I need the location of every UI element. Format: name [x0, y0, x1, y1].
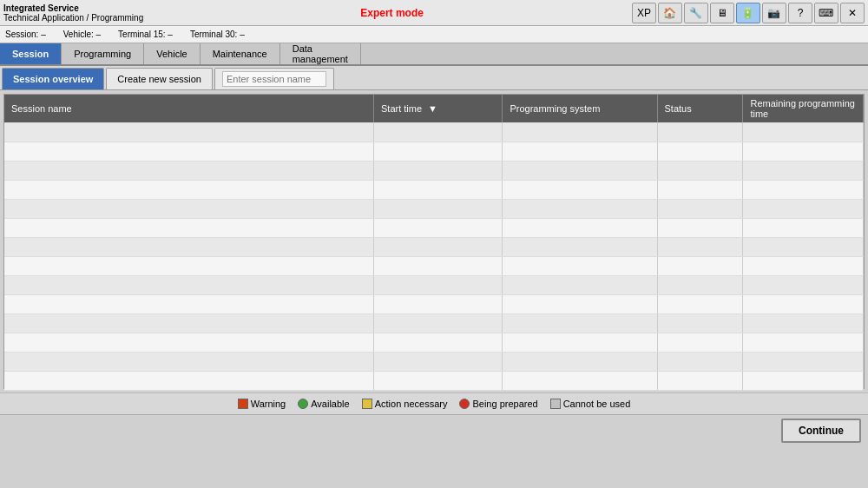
bottom-bar: Continue [0, 414, 868, 445]
close-button[interactable]: ✕ [840, 3, 865, 23]
table-cell [503, 313, 657, 333]
table-cell [4, 142, 373, 161]
tab-programming[interactable]: Programming [62, 43, 144, 64]
table-row[interactable] [4, 218, 864, 237]
table-cell [743, 237, 864, 256]
col-start-time[interactable]: Start time ▼ [373, 95, 502, 122]
table-cell [503, 256, 657, 275]
session-name-input-container [214, 68, 334, 89]
screen-button[interactable]: 🖥 [710, 3, 734, 23]
legend-available-label: Available [311, 399, 349, 409]
table-cell [4, 199, 373, 218]
table-cell [657, 180, 743, 199]
table-cell [4, 180, 373, 199]
tab-maintenance[interactable]: Maintenance [201, 43, 280, 64]
table-cell [4, 275, 373, 294]
col-session-name: Session name [4, 95, 373, 122]
warning-icon [238, 399, 248, 409]
table-row[interactable] [4, 180, 864, 199]
tab-session[interactable]: Session [0, 43, 62, 64]
table-row[interactable] [4, 122, 864, 142]
wrench-button[interactable]: 🔧 [684, 3, 708, 23]
table-row[interactable] [4, 237, 864, 256]
expert-mode-label: Expert mode [360, 7, 424, 19]
table-cell [657, 313, 743, 333]
terminal30-label: Terminal 30: [190, 30, 237, 39]
table-header-row: Session name Start time ▼ Programming sy… [4, 95, 864, 122]
nav-tabs: Session Programming Vehicle Maintenance … [0, 43, 868, 66]
legend-prepared-label: Being prepared [472, 399, 537, 409]
home-button[interactable]: 🏠 [658, 3, 682, 23]
table-cell [4, 122, 373, 142]
table-cell [373, 199, 502, 218]
sub-tab-create-new-session[interactable]: Create new session [106, 68, 213, 89]
table-cell [657, 333, 743, 352]
table-cell [657, 199, 743, 218]
legend-action: Action necessary [362, 399, 448, 409]
table-cell [503, 161, 657, 180]
table-row[interactable] [4, 371, 864, 390]
legend-prepared: Being prepared [459, 399, 537, 409]
table-cell [4, 218, 373, 237]
table-cell [4, 256, 373, 275]
vehicle-info: Vehicle: – [63, 30, 101, 39]
table-cell [503, 180, 657, 199]
table-row[interactable] [4, 199, 864, 218]
session-label: Session: [5, 30, 38, 39]
table-cell [743, 333, 864, 352]
table-cell [503, 142, 657, 161]
table-row[interactable] [4, 352, 864, 371]
table-cell [657, 122, 743, 142]
action-icon [362, 399, 372, 409]
table-row[interactable] [4, 142, 864, 161]
col-remaining-time: Remaining programming time [743, 95, 864, 122]
table-row[interactable] [4, 161, 864, 180]
table-row[interactable] [4, 333, 864, 352]
terminal15-label: Terminal 15: [118, 30, 165, 39]
tab-data-management[interactable]: Datamanagement [280, 43, 361, 64]
legend-cannot-label: Cannot be used [563, 399, 631, 409]
terminal30-value: – [240, 30, 245, 39]
tab-vehicle[interactable]: Vehicle [144, 43, 200, 64]
table-cell [503, 275, 657, 294]
session-info: Session: – [5, 30, 46, 39]
terminal15-value: – [168, 30, 173, 39]
table-cell [503, 199, 657, 218]
table-row[interactable] [4, 294, 864, 313]
table-cell [743, 371, 864, 390]
table-cell [373, 237, 502, 256]
table-cell [373, 161, 502, 180]
terminal15-info: Terminal 15: – [118, 30, 173, 39]
camera-button[interactable]: 📷 [762, 3, 786, 23]
table-row[interactable] [4, 313, 864, 333]
table-cell [373, 122, 502, 142]
help-button[interactable]: ? [788, 3, 812, 23]
table-cell [743, 180, 864, 199]
table-row[interactable] [4, 256, 864, 275]
table-cell [373, 352, 502, 371]
app-subtitle: Technical Application / Programming [3, 13, 143, 23]
sub-tab-session-overview[interactable]: Session overview [2, 68, 104, 89]
session-name-input[interactable] [222, 71, 326, 87]
xp-button[interactable]: XP [632, 3, 656, 23]
table-cell [503, 294, 657, 313]
table-cell [743, 313, 864, 333]
available-icon [298, 399, 308, 409]
table-cell [743, 161, 864, 180]
table-row[interactable] [4, 275, 864, 294]
legend-action-label: Action necessary [375, 399, 448, 409]
prepared-icon [459, 399, 470, 409]
col-programming-system: Programming system [503, 95, 657, 122]
table-cell [503, 122, 657, 142]
table-cell [373, 256, 502, 275]
legend-warning-label: Warning [251, 399, 286, 409]
table-cell [657, 237, 743, 256]
battery-button[interactable]: 🔋 [736, 3, 760, 23]
continue-button[interactable]: Continue [781, 419, 861, 443]
table-cell [657, 275, 743, 294]
vehicle-value: – [96, 30, 102, 39]
table-cell [373, 180, 502, 199]
table-cell [743, 218, 864, 237]
keyboard-button[interactable]: ⌨ [814, 3, 838, 23]
table-cell [373, 313, 502, 333]
